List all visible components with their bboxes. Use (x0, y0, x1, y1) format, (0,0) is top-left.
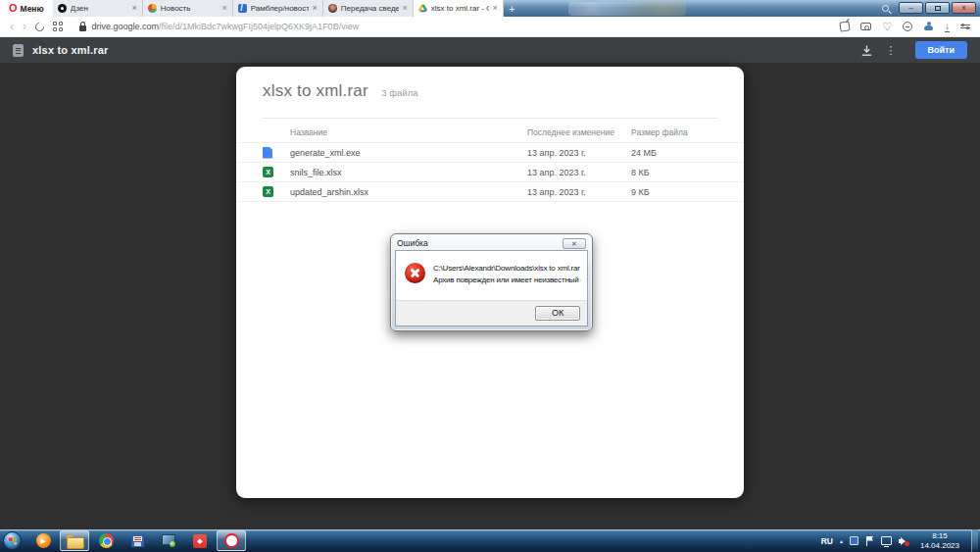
tray-app-icon[interactable] (850, 536, 858, 545)
tab-close-icon[interactable] (313, 4, 318, 13)
taskbar-media-player[interactable] (28, 530, 58, 551)
maximize-button[interactable] (925, 2, 950, 14)
start-button[interactable] (3, 531, 22, 550)
taskbar-floppy-app[interactable] (122, 530, 152, 551)
snapshot-icon[interactable] (860, 23, 871, 30)
reload-icon[interactable] (33, 21, 46, 33)
tab-zen[interactable]: Дзен (53, 0, 143, 17)
opera-menu-label: Меню (21, 4, 44, 14)
url-text[interactable]: drive.google.com/file/d/1MkiBdc7wkwgFIj5… (92, 22, 360, 31)
profile-icon[interactable] (923, 22, 934, 32)
hidden-icons-arrow-icon[interactable] (840, 537, 843, 544)
computer-icon (162, 534, 175, 547)
ok-button[interactable]: ОК (535, 306, 580, 321)
zen-favicon-icon (58, 4, 67, 13)
excel-file-icon (263, 167, 273, 177)
error-icon (405, 263, 425, 283)
table-row[interactable]: snils_file.xlsx 13 апр. 2023 г. 8 КБ (236, 163, 744, 182)
window-controls: – x (893, 0, 980, 17)
address-bar[interactable]: drive.google.com/file/d/1MkiBdc7wkwgFIj5… (72, 22, 832, 31)
chrome-icon (99, 533, 114, 548)
drive-viewer-header: xlsx to xml.rar Войти (0, 37, 980, 63)
taskbar-network-app[interactable] (154, 530, 183, 551)
dialog-message-reason: Архив поврежден или имеет неизвестный фо… (433, 275, 581, 286)
opera-icon (224, 533, 239, 548)
exe-file-icon (263, 147, 272, 159)
tab-news[interactable]: Новость (143, 0, 233, 17)
file-modified: 13 апр. 2023 г. (527, 168, 631, 177)
network-icon[interactable] (881, 536, 892, 545)
tab-search-icon[interactable] (877, 0, 893, 17)
back-icon[interactable]: ‹ (10, 21, 14, 32)
tab-close-icon[interactable] (132, 4, 137, 13)
dialog-title: Ошибка (397, 238, 428, 248)
taskbar-clock[interactable]: 8:15 14.04.2023 (915, 531, 964, 551)
close-button[interactable]: x (952, 2, 976, 14)
download-icon[interactable] (860, 44, 873, 57)
browser-toolbar: ‹ › drive.google.com/file/d/1MkiBdc7wkwg… (0, 17, 980, 37)
taskbar-red-app[interactable] (185, 530, 215, 551)
maximize-icon (935, 6, 941, 11)
taskbar-opera[interactable] (217, 530, 246, 551)
toolbar-right-icons (840, 22, 970, 32)
vpn-icon[interactable] (903, 22, 912, 31)
rambler-favicon-icon (238, 4, 247, 13)
tab-close-icon[interactable] (222, 4, 227, 13)
taskbar-explorer[interactable] (60, 530, 89, 551)
browser-titlebar: O Меню Дзен Новость Рамблер/новости, поч… (0, 0, 980, 17)
search-icon (882, 5, 889, 12)
table-row[interactable]: updated_arshin.xlsx 13 апр. 2023 г. 9 КБ (236, 182, 744, 202)
downloads-icon[interactable] (945, 22, 950, 32)
clock-date: 14.04.2023 (920, 541, 959, 551)
drive-file-title: xlsx to xml.rar (32, 44, 109, 56)
tab-title: Дзен (71, 4, 128, 13)
show-desktop-button[interactable] (971, 529, 978, 552)
floppy-disk-icon (131, 534, 144, 547)
tab-rambler[interactable]: Рамблер/новости, почта и (233, 0, 323, 17)
tab-close-icon[interactable] (493, 4, 498, 13)
easy-setup-icon[interactable] (960, 25, 970, 29)
mute-badge (905, 541, 909, 546)
column-size: Размер файла (631, 127, 717, 137)
red-diamond-app-icon (193, 534, 207, 548)
dialog-close-button[interactable] (563, 238, 586, 249)
tab-close-icon[interactable] (403, 4, 408, 13)
media-player-icon (36, 533, 51, 548)
google-drive-favicon-icon (418, 4, 427, 13)
error-dialog: Ошибка C:\Users\Alexandr\Downloads\xlsx … (390, 233, 593, 331)
column-modified: Последнее изменение (527, 127, 631, 137)
minimize-button[interactable]: – (899, 2, 923, 14)
column-name: Название (263, 127, 527, 137)
language-indicator[interactable]: RU (821, 536, 833, 546)
file-modified: 13 апр. 2023 г. (527, 148, 631, 158)
news-favicon-icon (148, 4, 157, 13)
file-icon-cell (263, 147, 290, 159)
file-icon-cell (263, 186, 290, 197)
speed-dial-icon[interactable] (53, 22, 63, 31)
file-modified: 13 апр. 2023 г. (527, 187, 631, 197)
desktop-screen: O Меню Дзен Новость Рамблер/новости, поч… (0, 0, 980, 552)
table-header: Название Последнее изменение Размер файл… (236, 119, 744, 143)
archive-title: xlsx to xml.rar (263, 81, 368, 100)
share-icon[interactable] (839, 21, 850, 31)
file-icon-cell (263, 167, 290, 177)
volume-muted-icon[interactable] (899, 536, 908, 545)
tab-title: xlsx to xml.rar - Google Ди (431, 4, 489, 13)
folder-icon (67, 535, 82, 547)
taskbar-chrome[interactable] (91, 530, 121, 551)
forward-icon[interactable]: › (23, 21, 26, 32)
sign-in-button[interactable]: Войти (915, 41, 967, 59)
new-tab-button[interactable] (504, 0, 520, 17)
table-row[interactable]: generate_xml.exe 13 апр. 2023 г. 24 МБ (236, 143, 744, 163)
bookmark-heart-icon[interactable] (882, 22, 892, 32)
action-center-flag-icon[interactable] (865, 536, 874, 546)
more-options-icon[interactable] (882, 45, 901, 56)
opera-menu-button[interactable]: O Меню (0, 0, 53, 17)
lock-icon[interactable] (79, 25, 86, 31)
dialog-titlebar[interactable]: Ошибка (395, 236, 588, 250)
windows-flag-icon (9, 537, 18, 546)
tab-title: Передача сведений о пол (341, 4, 399, 13)
tab-google-drive[interactable]: xlsx to xml.rar - Google Ди (414, 0, 504, 17)
tab-title: Новость (161, 4, 219, 13)
tab-transfer[interactable]: Передача сведений о пол (323, 0, 414, 17)
